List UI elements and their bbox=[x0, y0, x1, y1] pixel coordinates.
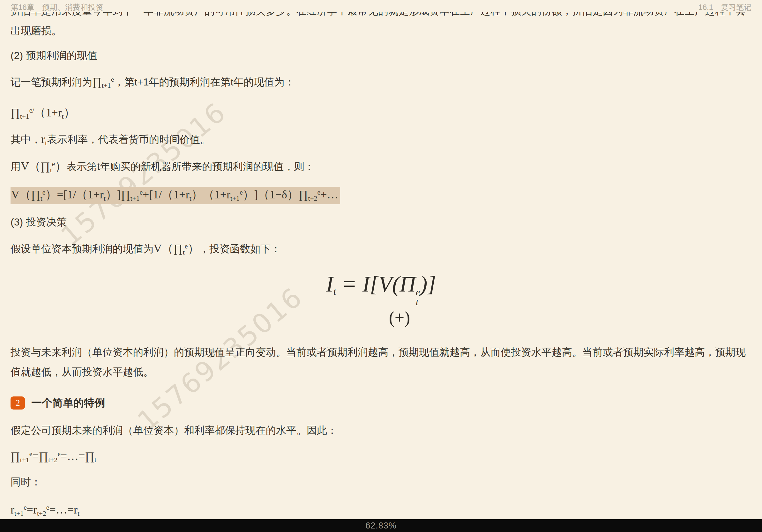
paragraph: 记一笔预期利润为∏t+1e，第t+1年的预期利润在第t年的现值为： bbox=[11, 74, 751, 90]
formula-line: ∏t+1e=∏t+2e=…=∏t bbox=[11, 448, 751, 464]
paragraph: 其中，rt表示利率，代表着货币的时间价值。 bbox=[11, 131, 751, 147]
paragraph: 同时： bbox=[11, 474, 751, 490]
example-heading-row: 2 一个简单的特例 bbox=[11, 396, 105, 410]
highlight: V（∏te）=[1/（1+rt）]∏t+1e+[1/（1+rt）（1+rt+1e… bbox=[11, 187, 340, 204]
paragraph: 用V（∏te）表示第t年购买的新机器所带来的预期利润的现值，则： bbox=[11, 159, 751, 174]
section-heading: (3) 投资决策 bbox=[11, 214, 751, 230]
progress-bar[interactable]: 62.83% bbox=[0, 519, 762, 532]
example-number-badge: 2 bbox=[11, 396, 25, 410]
reader-page[interactable]: 15769235016 15769235016 第16章 预期、消费和投资 16… bbox=[0, 0, 762, 532]
paragraph: 投资与未来利润（单位资本的利润）的预期现值呈正向变动。当前或者预期利润越高，预期… bbox=[11, 342, 751, 382]
paragraph: 假定公司预期未来的利润（单位资本）和利率都保持现在的水平。因此： bbox=[11, 423, 751, 438]
paragraph: 假设单位资本预期利润的现值为V（∏te），投资函数如下： bbox=[11, 241, 751, 256]
investment-function-equation: It = I[V(Πet)] bbox=[0, 267, 762, 307]
chapter-title: 第16章 预期、消费和投资 bbox=[11, 2, 104, 13]
formula-line: rt+1e=rt+2e=…=rt bbox=[11, 502, 751, 517]
equation-sign: (+) bbox=[389, 308, 410, 328]
header-bar: 第16章 预期、消费和投资 16.1 复习笔记 bbox=[0, 0, 762, 12]
example-heading: 一个简单的特例 bbox=[31, 396, 105, 410]
progress-label: 62.83% bbox=[365, 521, 397, 531]
section-heading: (2) 预期利润的现值 bbox=[11, 48, 751, 63]
section-ref: 16.1 复习笔记 bbox=[698, 2, 751, 13]
formula-line: ∏t+1e/（1+rt） bbox=[11, 105, 751, 120]
equation-block: It = I[V(Πet)] (+) bbox=[0, 267, 762, 328]
highlighted-formula-line: V（∏te）=[1/（1+rt）]∏t+1e+[1/（1+rt）（1+rt+1e… bbox=[11, 187, 751, 202]
